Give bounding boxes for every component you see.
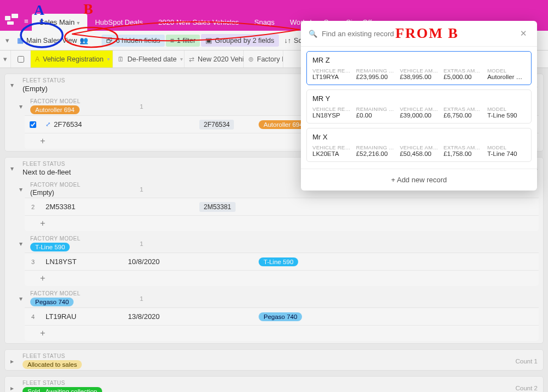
svg-rect-1	[12, 14, 18, 18]
record-search-input[interactable]	[322, 30, 513, 38]
record-title: MR Y	[312, 94, 525, 103]
col-new-2020-vehicles[interactable]: ⇄ New 2020 Vehicles ▾	[184, 51, 244, 68]
tab-2020-new-sales[interactable]: 2020 New Sales Vehicles	[150, 14, 247, 31]
hidden-fields-button[interactable]: 🗗 6 hidden fields	[102, 35, 165, 47]
cell-defleeted-date[interactable]: 10/8/2020	[124, 257, 195, 266]
add-row-button[interactable]: +	[25, 326, 539, 341]
hidden-fields-label: 6 hidden fields	[116, 37, 160, 44]
subgroup-field-label: FACTORY MODEL	[30, 182, 81, 188]
eye-off-icon: 🗗	[106, 37, 113, 44]
col-label: Factory Model	[257, 55, 283, 63]
cell-vehicle-registration[interactable]: 2M53381	[41, 203, 124, 211]
subgroup-count: 1	[140, 295, 143, 302]
group-caret[interactable]: ▾	[10, 165, 17, 172]
subgroup-caret[interactable]: ▾	[19, 103, 26, 110]
add-new-record-button[interactable]: + Add new record	[301, 169, 537, 191]
col-label: De-Fleeted date	[127, 55, 177, 63]
table-row[interactable]: 4 LT19RAU 13/8/2020 Pegaso 740	[25, 308, 539, 326]
group-caret[interactable]: ▸	[10, 384, 17, 392]
row-number: 4	[25, 313, 41, 320]
group-field-label: FLEET STATUS	[23, 161, 71, 167]
row-number: 2	[25, 204, 41, 210]
chevron-down-icon: ▾	[77, 20, 80, 26]
subgroup-value: (Empty)	[30, 189, 81, 197]
subgroup-value: Autoroller 694	[30, 105, 81, 114]
subgroup-field-label: FACTORY MODEL	[30, 290, 81, 296]
group-icon: ▣	[205, 36, 212, 44]
add-row-button[interactable]: +	[25, 216, 539, 231]
subgroup-field-label: FACTORY MODEL	[30, 236, 81, 242]
people-icon: 👥	[80, 36, 88, 44]
subgroup-value: T-Line 590	[30, 243, 81, 251]
col-vehicle-registration[interactable]: A Vehicle Registration ▾	[31, 51, 113, 68]
group-field-label: FLEET STATUS	[23, 380, 102, 386]
cell-defleeted-date[interactable]: 13/8/2020	[124, 312, 195, 321]
subgroup-value: Pegaso 740	[30, 298, 81, 306]
expand-group-header[interactable]: ▾	[0, 51, 11, 68]
cell-new-2020[interactable]: 2M53381	[195, 202, 254, 212]
base-icon[interactable]	[3, 11, 20, 27]
cell-factory-model[interactable]: Pegaso 740	[254, 312, 309, 321]
row-number	[25, 121, 41, 128]
grid-icon: ▦	[17, 36, 24, 44]
cell-vehicle-registration[interactable]: LN18YST	[41, 257, 124, 266]
record-title: Mr X	[312, 133, 525, 141]
group-count: Count 2	[516, 385, 538, 391]
close-icon[interactable]: ✕	[518, 27, 529, 40]
popup-search-row: 🔍 ✕	[301, 21, 537, 47]
group-value: (Empty)	[23, 85, 65, 93]
tab-label: Snags	[254, 18, 275, 26]
subgroup-count: 1	[140, 103, 143, 110]
tab-snags[interactable]: Snags	[247, 14, 282, 31]
subgroup-caret[interactable]: ▾	[19, 295, 26, 303]
subgroup-caret[interactable]: ▾	[19, 186, 26, 193]
group-caret[interactable]: ▸	[10, 357, 17, 365]
subgroup-caret[interactable]: ▾	[19, 240, 26, 248]
tab-sales-main[interactable]: Sales Main▾	[32, 14, 87, 31]
cell-vehicle-registration[interactable]: LT19RAU	[41, 312, 124, 321]
tab-label: HubSpot Deals	[95, 18, 143, 26]
group-button[interactable]: ▣ Grouped by 2 fields	[201, 34, 278, 47]
add-new-label: + Add new record	[391, 176, 447, 184]
view-name-label: Main Sales View	[26, 37, 77, 44]
row-number: 3	[25, 259, 41, 265]
filter-icon: ≡	[170, 37, 174, 44]
tab-label: Sales Main	[40, 18, 75, 26]
view-switcher-caret[interactable]: ▾	[3, 36, 12, 44]
lookup-field-icon: ⊚	[248, 55, 254, 63]
col-defleeted-date[interactable]: 🗓 De-Fleeted date ▾	[113, 51, 184, 68]
cell-vehicle-registration[interactable]: ⤢2F76534	[41, 120, 124, 128]
table-row[interactable]: 3 LN18YST 10/8/2020 T-Line 590	[25, 253, 539, 271]
record-option[interactable]: MR Y VEHICLE REGISTRATIONLN18YSP REMAINI…	[306, 89, 532, 124]
tab-label: 2020 New Sales Vehicles	[158, 18, 239, 26]
group-field-label: FLEET STATUS	[23, 77, 65, 83]
subgroup-count: 1	[140, 186, 143, 193]
group-value: Sold - Awaiting collection	[23, 387, 102, 392]
subgroup-count: 1	[140, 240, 143, 247]
col-label: New 2020 Vehicles	[198, 55, 244, 63]
add-row-button[interactable]: +	[25, 271, 539, 286]
menu-icon[interactable]: ≡	[24, 17, 29, 25]
record-option[interactable]: Mr X VEHICLE REGISTRATIONLK20ETA REMAINI…	[306, 128, 532, 162]
cell-factory-model[interactable]: T-Line 590	[254, 257, 309, 266]
tab-hubspot-deals[interactable]: HubSpot Deals	[87, 14, 150, 31]
table-row[interactable]: 2 2M53381 2M53381	[25, 198, 539, 216]
subgroup-field-label: FACTORY MODEL	[30, 98, 81, 104]
record-picker-popup: 🔍 ✕ MR Z VEHICLE REGISTRATIONLT19RYA REM…	[301, 21, 537, 191]
cell-new-2020[interactable]: 2F76534	[195, 120, 254, 130]
col-factory-model[interactable]: ⊚ Factory Model	[244, 51, 283, 68]
sort-icon: ↓↑	[284, 37, 292, 44]
filter-button[interactable]: ≡ 1 filter	[166, 35, 200, 47]
expand-record-icon[interactable]: ⤢	[46, 121, 51, 128]
select-all-checkbox[interactable]	[11, 51, 31, 68]
date-field-icon: 🗓	[118, 55, 124, 63]
record-list: MR Z VEHICLE REGISTRATIONLT19RYA REMAINI…	[301, 47, 537, 169]
group-caret[interactable]: ▾	[10, 81, 17, 89]
record-option[interactable]: MR Z VEHICLE REGISTRATIONLT19RYA REMAINI…	[306, 51, 532, 85]
group-field-label: FLEET STATUS	[23, 353, 82, 359]
search-icon: 🔍	[309, 30, 317, 38]
group-label: Grouped by 2 fields	[215, 37, 274, 44]
col-label: Vehicle Registration	[43, 55, 103, 63]
view-name[interactable]: ▦ Main Sales View 👥	[13, 34, 93, 47]
record-title: MR Z	[312, 56, 525, 64]
